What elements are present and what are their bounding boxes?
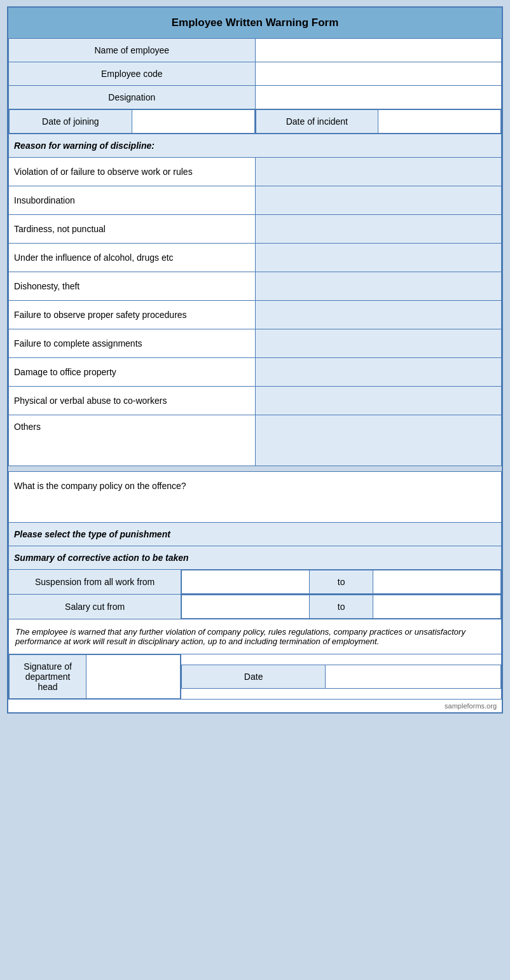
reason-2-value[interactable] <box>255 186 502 215</box>
reason-10-label: Others <box>9 415 256 466</box>
date-of-joining-label: Date of joining <box>10 110 132 134</box>
reason-5-label: Dishonesty, theft <box>9 272 256 301</box>
reason-3-label: Tardiness, not punctual <box>9 215 256 244</box>
corrective-header: Summary of corrective action to be taken <box>9 546 502 570</box>
name-of-employee-label: Name of employee <box>9 39 256 62</box>
watermark: sampleforms.org <box>8 700 502 712</box>
date-of-incident-label: Date of incident <box>256 110 378 134</box>
date-of-incident-value[interactable] <box>378 110 501 134</box>
suspension-label: Suspension from all work from <box>9 570 181 595</box>
salary-from-value[interactable] <box>182 595 310 619</box>
name-of-employee-value[interactable] <box>255 39 502 62</box>
reason-4-value[interactable] <box>255 244 502 272</box>
signature-row: Signature of department head <box>9 654 181 700</box>
date-row: Date of joining <box>9 109 256 134</box>
employee-code-label: Employee code <box>9 62 256 86</box>
designation-value[interactable] <box>255 86 502 109</box>
warning-text: The employee is warned that any further … <box>9 619 502 654</box>
salary-cut-label: Salary cut from <box>9 595 181 619</box>
salary-cut-values: to <box>181 595 502 619</box>
reason-7-value[interactable] <box>255 329 502 358</box>
form-wrapper: Employee Written Warning Form Name of em… <box>7 6 503 714</box>
reason-6-value[interactable] <box>255 301 502 329</box>
reason-4-label: Under the influence of alcohol, drugs et… <box>9 244 256 272</box>
form-title: Employee Written Warning Form <box>8 8 502 38</box>
reason-3-value[interactable] <box>255 215 502 244</box>
suspension-from-value[interactable] <box>182 570 310 594</box>
reason-2-label: Insubordination <box>9 186 256 215</box>
suspension-to-value[interactable] <box>373 570 501 594</box>
salary-to-value[interactable] <box>373 595 501 619</box>
reason-1-value[interactable] <box>255 158 502 186</box>
reason-8-value[interactable] <box>255 358 502 387</box>
reason-8-label: Damage to office property <box>9 358 256 387</box>
designation-label: Designation <box>9 86 256 109</box>
reason-7-label: Failure to complete assignments <box>9 329 256 358</box>
salary-to-label: to <box>309 595 373 619</box>
suspension-values: to <box>181 570 502 595</box>
punishment-header: Please select the type of punishment <box>9 523 502 546</box>
company-policy-question: What is the company policy on the offenc… <box>9 472 502 523</box>
employee-code-value[interactable] <box>255 62 502 86</box>
date-sig-value[interactable] <box>326 665 501 689</box>
date-incident-row: Date of incident <box>255 109 502 134</box>
reason-6-label: Failure to observe proper safety procedu… <box>9 301 256 329</box>
suspension-to-label: to <box>309 570 373 594</box>
signature-value[interactable] <box>86 655 181 699</box>
date-of-joining-value[interactable] <box>132 110 254 134</box>
reason-header: Reason for warning of discipline: <box>9 134 502 158</box>
reason-5-value[interactable] <box>255 272 502 301</box>
signature-label: Signature of department head <box>10 655 86 699</box>
date-sig-label: Date <box>182 665 326 689</box>
reason-10-value[interactable] <box>255 415 502 466</box>
reason-9-value[interactable] <box>255 387 502 415</box>
date-sig-row: Date <box>181 654 502 700</box>
reason-9-label: Physical or verbal abuse to co-workers <box>9 387 256 415</box>
reason-1-label: Violation of or failure to observe work … <box>9 158 256 186</box>
